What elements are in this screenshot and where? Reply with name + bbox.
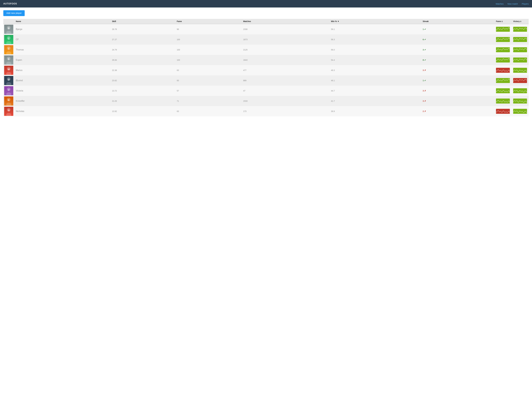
player-fame-chart (494, 24, 512, 34)
player-matches: 2330 (242, 24, 329, 34)
player-name: Kristoffer (14, 96, 110, 106)
nav-matches[interactable]: Matches (496, 3, 504, 5)
svg-text:B: B (8, 27, 10, 30)
brand-logo: AUTOFOOS (3, 2, 17, 5)
table-row: Ø Øyvind 23.62 83 889 46.1 1 ✔ (3, 75, 529, 86)
player-name: CF (14, 34, 110, 45)
player-fame-chart (494, 106, 512, 116)
player-winpct: 49.3 (329, 65, 421, 75)
player-fame: 96 (175, 24, 242, 34)
player-fame: 63 (175, 106, 242, 116)
player-fame-chart (494, 45, 512, 55)
navbar: AUTOFOOS Matches New match Players (0, 0, 532, 8)
player-streak: 1 ✔ (421, 24, 494, 34)
svg-text:C: C (8, 37, 10, 40)
player-skill: 26.76 (110, 24, 175, 34)
player-winpct: 46.1 (329, 75, 421, 86)
player-fame-chart (494, 96, 512, 106)
player-matches: 889 (242, 75, 329, 86)
nav-links: Matches New match Players (496, 3, 529, 5)
main-content: Add new player Name Skill Fame Matches W… (0, 8, 532, 119)
player-skill: 27.27 (110, 34, 175, 45)
player-skill: 13.92 (110, 106, 175, 116)
player-matches: 173 (242, 106, 329, 116)
player-streak: 2 ✗ (421, 106, 494, 116)
sort-arrow-icon: ▼ (337, 20, 339, 22)
player-victory-chart (512, 24, 529, 34)
player-skill: 23.62 (110, 75, 175, 86)
svg-text:N: N (8, 109, 10, 112)
player-winpct: 44.7 (329, 86, 421, 96)
player-winpct: 39.9 (329, 106, 421, 116)
col-victory-pm[interactable]: Victory ± (512, 19, 529, 24)
player-streak: 3 ✗ (421, 96, 494, 106)
player-victory-chart (512, 34, 529, 45)
table-row: M Marius 22.38 63 477 49.3 3 ✗ (3, 65, 529, 75)
player-streak: 8 ✔ (421, 55, 494, 65)
player-winpct: 58.3 (329, 34, 421, 45)
player-fame-chart (494, 34, 512, 45)
svg-text:V: V (8, 89, 10, 91)
player-avatar: Ø (3, 75, 14, 86)
svg-text:E: E (8, 58, 10, 60)
nav-new-match[interactable]: New match (508, 3, 518, 5)
table-row: B Bjørge 26.76 96 2330 59.1 1 ✔ (3, 24, 529, 34)
player-name: Marius (14, 65, 110, 75)
player-matches: 1873 (242, 34, 329, 45)
table-row: C CF 27.27 100 1873 58.3 6 ✔ (3, 34, 529, 45)
player-victory-chart (512, 45, 529, 55)
col-avatar (3, 19, 14, 24)
svg-text:M: M (8, 68, 10, 71)
add-player-button[interactable]: Add new player (3, 10, 25, 16)
player-fame: 57 (175, 86, 242, 96)
player-fame: 100 (175, 55, 242, 65)
player-skill: 21.03 (110, 96, 175, 106)
player-winpct: 41.7 (329, 96, 421, 106)
col-matches[interactable]: Matches (242, 19, 329, 24)
player-fame-chart (494, 75, 512, 86)
player-avatar: E (3, 55, 14, 65)
table-row: V Victoria 13.72 57 47 44.7 3 ✗ (3, 86, 529, 96)
table-row: T Thomas 24.79 100 2125 56.0 3 ✔ (3, 45, 529, 55)
player-winpct: 59.1 (329, 24, 421, 34)
player-name: Thomas (14, 45, 110, 55)
player-victory-chart (512, 65, 529, 75)
table-body: B Bjørge 26.76 96 2330 59.1 1 ✔ C CF 27.… (3, 24, 529, 116)
player-avatar: M (3, 65, 14, 75)
player-matches: 1533 (242, 96, 329, 106)
player-avatar: V (3, 86, 14, 96)
player-victory-chart (512, 55, 529, 65)
player-avatar: K (3, 96, 14, 106)
player-matches: 47 (242, 86, 329, 96)
col-fame-pm[interactable]: Fame ± (494, 19, 512, 24)
nav-players[interactable]: Players (522, 3, 529, 5)
player-skill: 13.72 (110, 86, 175, 96)
player-matches: 477 (242, 65, 329, 75)
player-name: Espen (14, 55, 110, 65)
col-fame[interactable]: Fame (175, 19, 242, 24)
player-winpct: 54.4 (329, 55, 421, 65)
col-winpct[interactable]: Win % ▼ (329, 19, 421, 24)
table-row: K Kristoffer 21.03 71 1533 41.7 3 ✗ (3, 96, 529, 106)
svg-text:Ø: Ø (8, 78, 10, 81)
svg-text:K: K (8, 99, 10, 101)
player-victory-chart (512, 86, 529, 96)
player-matches: 1843 (242, 55, 329, 65)
player-avatar: N (3, 106, 14, 116)
table-row: N Nicholas 13.92 63 173 39.9 2 ✗ (3, 106, 529, 116)
player-fame-chart (494, 65, 512, 75)
player-fame: 100 (175, 45, 242, 55)
player-fame: 71 (175, 96, 242, 106)
col-streak[interactable]: Streak (421, 19, 494, 24)
player-name: Bjørge (14, 24, 110, 34)
player-fame-chart (494, 55, 512, 65)
player-victory-chart (512, 106, 529, 116)
player-avatar: C (3, 34, 14, 45)
player-matches: 2125 (242, 45, 329, 55)
player-skill: 24.79 (110, 45, 175, 55)
col-name[interactable]: Name (14, 19, 110, 24)
col-skill[interactable]: Skill (110, 19, 175, 24)
player-winpct: 56.0 (329, 45, 421, 55)
player-streak: 3 ✗ (421, 86, 494, 96)
player-skill: 26.84 (110, 55, 175, 65)
